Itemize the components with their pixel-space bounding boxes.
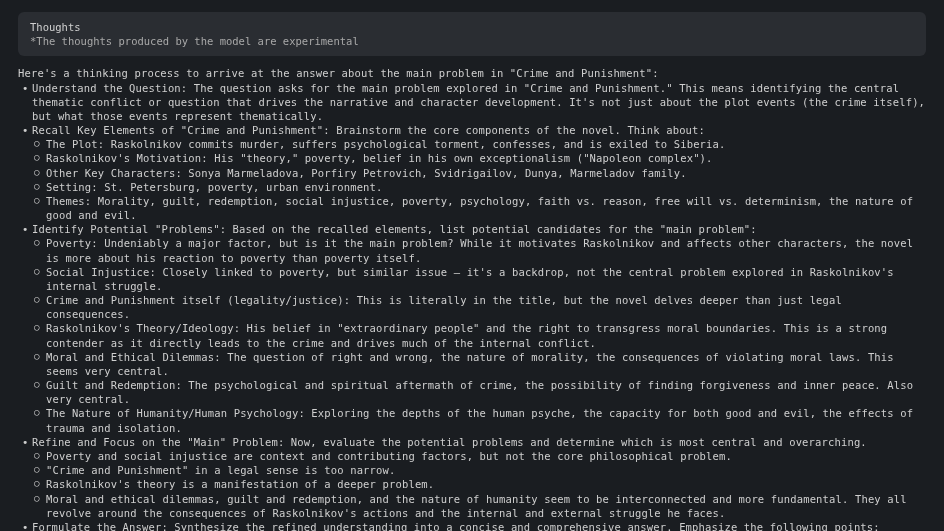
- thinking-item-text: Recall Key Elements of "Crime and Punish…: [32, 124, 705, 136]
- thinking-list: Understand the Question: The question as…: [18, 81, 926, 531]
- thinking-subitem: Crime and Punishment itself (legality/ju…: [32, 293, 926, 321]
- thinking-subitem: Poverty and social injustice are context…: [32, 449, 926, 463]
- thinking-item: Identify Potential "Problems": Based on …: [18, 222, 926, 435]
- thinking-item-text: Identify Potential "Problems": Based on …: [32, 223, 757, 235]
- thinking-subitem: The Plot: Raskolnikov commits murder, su…: [32, 137, 926, 151]
- thinking-subitem: Moral and Ethical Dilemmas: The question…: [32, 350, 926, 378]
- thinking-item: Formulate the Answer: Synthesize the ref…: [18, 520, 926, 531]
- thinking-item-text: Understand the Question: The question as…: [32, 82, 925, 122]
- thoughts-header-box: Thoughts *The thoughts produced by the m…: [18, 12, 926, 56]
- thoughts-title: Thoughts: [30, 20, 914, 34]
- thinking-sublist: Poverty: Undeniably a major factor, but …: [32, 236, 926, 434]
- thinking-item-text: Refine and Focus on the "Main" Problem: …: [32, 436, 867, 448]
- thinking-subitem: Other Key Characters: Sonya Marmeladova,…: [32, 166, 926, 180]
- thinking-subitem: Raskolnikov's Theory/Ideology: His belie…: [32, 321, 926, 349]
- thinking-subitem: "Crime and Punishment" in a legal sense …: [32, 463, 926, 477]
- thinking-item-text: Formulate the Answer: Synthesize the ref…: [32, 521, 880, 531]
- thinking-subitem: Guilt and Redemption: The psychological …: [32, 378, 926, 406]
- thinking-subitem: Setting: St. Petersburg, poverty, urban …: [32, 180, 926, 194]
- thinking-item: Understand the Question: The question as…: [18, 81, 926, 124]
- thinking-subitem: Raskolnikov's Motivation: His "theory," …: [32, 151, 926, 165]
- thinking-subitem: Poverty: Undeniably a major factor, but …: [32, 236, 926, 264]
- thinking-subitem: Social Injustice: Closely linked to pove…: [32, 265, 926, 293]
- thinking-subitem: Raskolnikov's theory is a manifestation …: [32, 477, 926, 491]
- thinking-sublist: The Plot: Raskolnikov commits murder, su…: [32, 137, 926, 222]
- thoughts-note: *The thoughts produced by the model are …: [30, 34, 914, 48]
- thinking-item: Refine and Focus on the "Main" Problem: …: [18, 435, 926, 520]
- thinking-subitem: Moral and ethical dilemmas, guilt and re…: [32, 492, 926, 520]
- thinking-subitem: The Nature of Humanity/Human Psychology:…: [32, 406, 926, 434]
- thinking-subitem: Themes: Morality, guilt, redemption, soc…: [32, 194, 926, 222]
- thoughts-content: Here's a thinking process to arrive at t…: [18, 66, 926, 531]
- thinking-sublist: Poverty and social injustice are context…: [32, 449, 926, 520]
- intro-line: Here's a thinking process to arrive at t…: [18, 66, 926, 80]
- thinking-item: Recall Key Elements of "Crime and Punish…: [18, 123, 926, 222]
